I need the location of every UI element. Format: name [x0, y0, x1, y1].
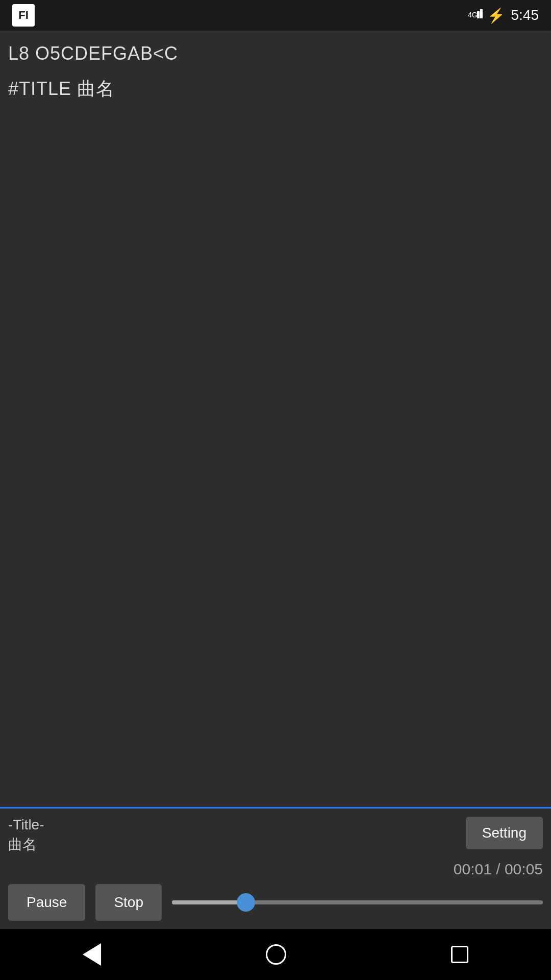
time-separator: /: [496, 861, 505, 877]
status-icons: 4G ⚡: [468, 7, 505, 24]
time-current: 00:01: [454, 861, 492, 877]
title-label: -Title-: [8, 817, 44, 833]
bottom-panel: -Title- 曲名 Setting 00:01 / 00:05 Pause S…: [0, 808, 551, 929]
app-icon-text: FI: [18, 9, 29, 22]
progress-bar[interactable]: [172, 900, 543, 904]
song-info-left: -Title- 曲名: [8, 817, 44, 854]
stop-button[interactable]: Stop: [95, 884, 162, 921]
progress-row: Pause Stop: [0, 880, 551, 929]
song-info-row: -Title- 曲名 Setting: [0, 808, 551, 854]
status-bar-right: 4G ⚡ 5:45: [468, 7, 539, 24]
status-bar: FI 4G ⚡ 5:45: [0, 0, 551, 31]
setting-button[interactable]: Setting: [466, 817, 543, 849]
pause-button[interactable]: Pause: [8, 884, 85, 921]
time-display: 00:01 / 00:05: [0, 854, 551, 880]
signal-icon: 4G: [468, 7, 483, 23]
svg-rect-1: [477, 11, 480, 18]
time-total: 00:05: [505, 861, 543, 877]
song-name: 曲名: [8, 835, 44, 854]
music-notation-line2: #TITLE 曲名: [8, 77, 543, 102]
music-notation-line1: L8 O5CDEFGAB<C: [8, 43, 543, 64]
svg-text:4G: 4G: [468, 11, 478, 19]
app-icon: FI: [12, 4, 35, 27]
svg-rect-2: [480, 9, 483, 18]
recent-icon[interactable]: [451, 946, 468, 963]
progress-fill: [172, 900, 246, 904]
status-time: 5:45: [511, 7, 539, 23]
status-bar-left: FI: [12, 4, 35, 27]
nav-bar: [0, 929, 551, 980]
home-icon[interactable]: [266, 944, 286, 965]
main-content: L8 O5CDEFGAB<C #TITLE 曲名: [0, 31, 551, 807]
back-icon[interactable]: [83, 943, 101, 966]
battery-icon: ⚡: [487, 7, 505, 24]
progress-thumb: [237, 893, 255, 912]
